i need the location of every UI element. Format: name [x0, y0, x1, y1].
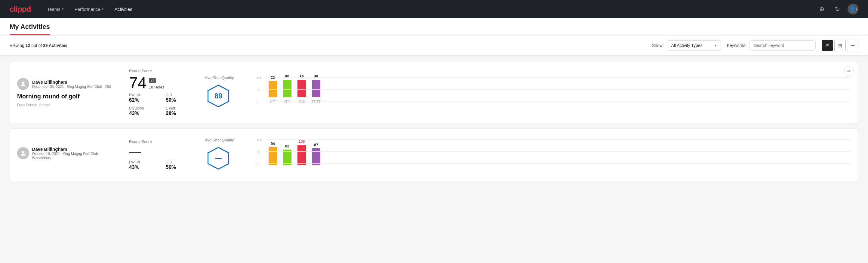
shot-quality-score: — — [215, 154, 222, 162]
fw-hit-value: 62% — [129, 97, 158, 103]
user-menu-button[interactable]: 👤 ▾ — [847, 4, 858, 14]
data-source: Data Source: Arccos — [17, 103, 119, 107]
card-user: Dave Billingham October 16, 2021 - Gog M… — [17, 147, 119, 160]
bar-app-bar — [283, 80, 291, 97]
round-score-label: Round Score — [129, 68, 195, 73]
card-stats: Round Score — FW Hit 43% GIR 56% — [129, 139, 195, 170]
updown-value: 43% — [129, 111, 158, 116]
gir-value: 50% — [166, 97, 195, 103]
round-score-value: 74 — [129, 75, 147, 91]
filter-bar: Viewing 12 out of 29 Activities Show: Al… — [0, 35, 868, 56]
card-user: Dave Billingham December 05, 2021 - Gog … — [17, 78, 119, 90]
shot-quality-score: 89 — [214, 92, 223, 100]
nav-right: ⊕ ↻ 👤 ▾ — [816, 4, 858, 14]
main-content: ✏ Dave Billingham December 05, 2021 - Go… — [0, 56, 868, 187]
holes-label: 18 Holes — [149, 85, 164, 89]
sub-stats: FW Hit 43% GIR 56% — [129, 160, 195, 170]
user-menu-chevron-icon: ▾ — [856, 7, 857, 11]
bar-arg: 89 ARG — [298, 75, 306, 103]
gir-value: 56% — [166, 164, 195, 170]
round-score-label: Round Score — [129, 139, 195, 144]
y-label-100: 100 — [256, 76, 262, 80]
gir-label: GIR — [166, 160, 195, 164]
round-score-value: — — [129, 146, 141, 158]
updown-label: Up/Down — [129, 106, 158, 111]
avatar — [17, 78, 29, 90]
card-quality: Avg Shot Quality 89 — [205, 76, 247, 110]
chart-bars: 94 82 106 87 — [269, 135, 851, 165]
bar-putt: 89 PUTT — [312, 75, 320, 103]
keywords-section: Keywords: — [727, 40, 816, 51]
navigation: clippd Teams ▾ Performance ▾ Activities … — [0, 0, 868, 18]
performance-chevron-icon: ▾ — [102, 7, 104, 11]
user-date: October 16, 2021 - Gog Magog Golf Club -… — [32, 152, 119, 160]
refresh-button[interactable]: ↻ — [832, 4, 843, 14]
y-label-0: 0 — [256, 100, 258, 104]
card-left: Dave Billingham December 05, 2021 - Gog … — [17, 78, 119, 107]
one-putt-value: 28% — [166, 111, 195, 116]
shot-quality-hex: 89 — [205, 83, 232, 110]
user-date: December 05, 2021 - Gog Magog Golf Club … — [32, 85, 111, 89]
avatar — [17, 147, 29, 159]
card-left: Dave Billingham October 16, 2021 - Gog M… — [17, 147, 119, 163]
search-input[interactable] — [749, 40, 816, 51]
bar-ott-bar — [269, 81, 277, 97]
y-label-50: 50 — [256, 88, 260, 92]
page-title: My Activities — [10, 23, 50, 35]
bar-putt: 87 — [312, 143, 320, 165]
gir-label: GIR — [166, 93, 195, 97]
activity-type-chevron-icon: ▾ — [715, 43, 716, 48]
view-toggles: ≡ ⊞ ☰ — [822, 40, 858, 51]
activity-card: ✏ Dave Billingham December 05, 2021 - Go… — [10, 62, 858, 123]
user-name: Dave Billingham — [32, 80, 111, 85]
score-diff-badge: +4 — [149, 78, 156, 83]
bar-app-value: 90 — [285, 74, 289, 79]
bar-putt-value: 89 — [314, 75, 318, 79]
round-score-row: — — [129, 146, 195, 158]
bar-ott-value: 85 — [271, 76, 275, 80]
bar-ott: 94 — [269, 142, 277, 165]
bar-putt-bar — [312, 80, 320, 97]
avg-shot-quality-label: Avg Shot Quality — [205, 76, 234, 80]
svg-point-0 — [22, 82, 24, 84]
nav-activities[interactable]: Activities — [111, 4, 136, 14]
card-chart: 100 50 0 94 82 106 — [256, 135, 851, 174]
avg-shot-quality-label: Avg Shot Quality — [205, 138, 234, 142]
compact-view-button[interactable]: ☰ — [847, 40, 858, 51]
bar-arg: 106 — [298, 139, 306, 165]
bar-arg-value: 89 — [300, 75, 304, 79]
svg-point-2 — [22, 151, 24, 153]
grid-view-button[interactable]: ⊞ — [834, 40, 846, 51]
teams-chevron-icon: ▾ — [62, 7, 64, 11]
fw-hit-label: FW Hit — [129, 160, 158, 164]
fw-hit-label: FW Hit — [129, 93, 158, 97]
bar-app: 90 APP — [283, 74, 291, 103]
add-button[interactable]: ⊕ — [816, 4, 827, 14]
bar-app: 82 — [283, 144, 291, 165]
show-filter-section: Show: All Activity Types ▾ — [652, 40, 721, 51]
fw-hit-value: 43% — [129, 164, 158, 170]
list-view-button[interactable]: ≡ — [822, 40, 833, 51]
shot-quality-hex: — — [205, 145, 232, 172]
page-header: My Activities — [0, 18, 868, 35]
user-name: Dave Billingham — [32, 147, 119, 152]
logo[interactable]: clippd — [10, 4, 31, 14]
card-quality: Avg Shot Quality — — [205, 138, 247, 172]
viewing-count-text: Viewing 12 out of 29 Activities — [10, 43, 646, 48]
nav-links: Teams ▾ Performance ▾ Activities — [43, 4, 816, 14]
card-chart: 100 50 0 85 OTT 90 APP — [256, 73, 851, 112]
keywords-label: Keywords: — [727, 43, 746, 48]
card-stats: Round Score 74 +4 18 Holes FW Hit 62% GI… — [129, 68, 195, 116]
user-avatar-icon: 👤 — [849, 6, 856, 12]
one-putt-label: 1 Putt — [166, 106, 195, 111]
activity-title: Morning round of golf — [17, 93, 119, 100]
bar-arg-bar — [298, 80, 306, 97]
show-label: Show: — [652, 43, 664, 48]
activity-card: Dave Billingham October 16, 2021 - Gog M… — [10, 128, 858, 181]
nav-teams[interactable]: Teams ▾ — [43, 4, 68, 14]
round-score-row: 74 +4 18 Holes — [129, 75, 195, 91]
chart-bars: 85 OTT 90 APP 89 ARG — [269, 73, 851, 103]
nav-performance[interactable]: Performance ▾ — [70, 4, 108, 14]
activity-type-dropdown[interactable]: All Activity Types ▾ — [667, 40, 721, 51]
sub-stats: FW Hit 62% GIR 50% Up/Down 43% 1 Putt 28… — [129, 93, 195, 116]
